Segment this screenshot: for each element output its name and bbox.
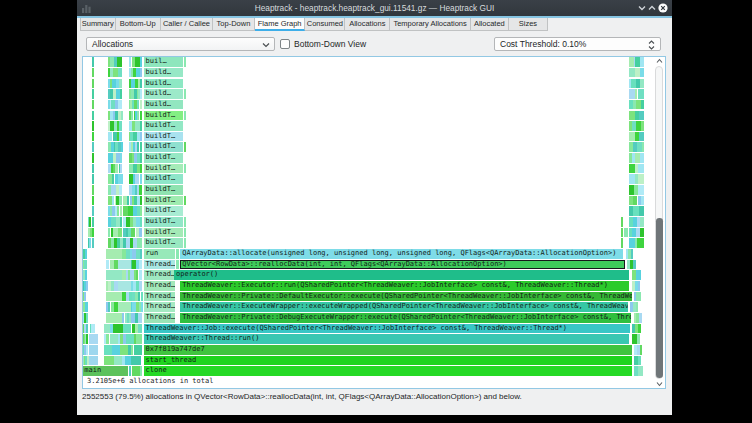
flame-node-run[interactable]: run	[144, 249, 176, 259]
flame-node-start-thread[interactable]: start_thread	[144, 356, 632, 366]
flame-node-threadweaver-private-d[interactable]: ThreadWeaver::Private::DebugExecuteWrapp…	[180, 313, 631, 323]
flame-node[interactable]	[106, 270, 123, 280]
bottom-down-view-checkbox[interactable]	[280, 39, 290, 49]
flame-node[interactable]	[118, 302, 131, 312]
flame-node[interactable]	[140, 217, 143, 227]
flame-node[interactable]	[123, 324, 129, 334]
flame-node[interactable]	[104, 356, 114, 366]
flame-node[interactable]	[641, 196, 644, 206]
flame-node[interactable]	[642, 142, 644, 152]
flame-node[interactable]	[140, 89, 143, 99]
flame-node[interactable]	[92, 121, 94, 131]
flame-node[interactable]	[117, 57, 122, 67]
flame-node[interactable]	[624, 228, 629, 238]
flame-node[interactable]	[176, 249, 179, 259]
flame-node[interactable]	[120, 206, 123, 216]
flame-node[interactable]	[92, 206, 94, 216]
flame-node[interactable]	[85, 249, 87, 259]
flame-node[interactable]	[633, 260, 636, 270]
flame-node-thread[interactable]: Thread…	[144, 313, 176, 323]
flame-node[interactable]	[184, 57, 186, 67]
flame-node[interactable]	[140, 100, 143, 110]
flame-node[interactable]	[638, 164, 643, 174]
flame-node[interactable]	[638, 174, 644, 184]
flame-node[interactable]	[140, 249, 142, 259]
flame-node[interactable]	[86, 345, 89, 355]
flame-node[interactable]	[141, 302, 143, 312]
flame-node[interactable]	[89, 356, 98, 366]
flame-node[interactable]	[89, 238, 91, 248]
flame-node[interactable]	[638, 185, 644, 195]
flame-node[interactable]	[91, 324, 95, 334]
titlebar[interactable]: Heaptrack - heaptrack.heaptrack_gui.1154…	[77, 0, 672, 16]
flame-node[interactable]	[92, 142, 94, 152]
tab-allocations[interactable]: Allocations	[345, 18, 390, 31]
flame-node-build[interactable]: build…	[144, 79, 184, 89]
flame-node[interactable]	[84, 292, 86, 302]
flame-node[interactable]	[92, 153, 94, 163]
flame-node-buildt[interactable]: buildT…	[144, 164, 184, 174]
flame-node[interactable]	[638, 89, 644, 99]
flame-node[interactable]	[621, 217, 623, 227]
flame-node[interactable]	[86, 324, 88, 334]
flame-node[interactable]	[640, 217, 644, 227]
flame-node[interactable]	[92, 185, 94, 195]
flame-node-thread[interactable]: Thread…	[144, 292, 176, 302]
flame-node[interactable]	[641, 100, 644, 110]
flame-node-buildt[interactable]: buildT…	[144, 121, 184, 131]
flame-node[interactable]	[92, 79, 94, 89]
flame-node[interactable]	[86, 281, 88, 291]
flame-node[interactable]	[120, 89, 123, 99]
flame-node-build[interactable]: build…	[144, 100, 184, 110]
flame-node[interactable]	[140, 57, 143, 67]
flame-node[interactable]	[140, 111, 143, 121]
flame-node[interactable]	[106, 313, 123, 323]
flame-node[interactable]	[131, 356, 141, 366]
flame-node[interactable]	[118, 174, 123, 184]
flame-node[interactable]	[118, 228, 123, 238]
flame-node[interactable]	[638, 356, 641, 366]
flame-node[interactable]	[92, 196, 94, 206]
flame-node-0x7f819a747de7[interactable]: 0x7f819a747de7	[144, 345, 632, 355]
flame-node[interactable]	[118, 100, 122, 110]
flame-node-buildt[interactable]: buildT…	[144, 111, 184, 121]
flame-node[interactable]	[106, 292, 123, 302]
flame-node[interactable]	[637, 238, 643, 248]
flame-node[interactable]	[138, 313, 142, 323]
flame-node[interactable]	[92, 111, 94, 121]
flame-node-operator[interactable]: operator()	[174, 270, 629, 280]
flame-node[interactable]	[621, 228, 623, 238]
flame-node[interactable]	[112, 345, 120, 355]
flame-node[interactable]	[89, 217, 91, 227]
flame-node-thread[interactable]: Thread…	[144, 281, 176, 291]
flame-node[interactable]	[639, 313, 642, 323]
flame-node[interactable]	[121, 142, 123, 152]
flame-graph-canvas[interactable]: buil…build…build…build…build…buildT…buil…	[83, 57, 653, 377]
flame-node[interactable]	[92, 100, 94, 110]
flame-node[interactable]	[85, 302, 88, 312]
flame-node[interactable]	[87, 356, 89, 366]
flame-node[interactable]	[640, 153, 644, 163]
flame-node[interactable]	[638, 281, 640, 291]
flame-node[interactable]	[90, 228, 92, 238]
flame-node[interactable]	[136, 334, 142, 344]
flame-node[interactable]	[140, 121, 143, 131]
flame-node[interactable]	[119, 185, 122, 195]
flame-node-threadweaver-executewra[interactable]: ThreadWeaver::ExecuteWrapper::executeWra…	[180, 302, 628, 312]
flame-node[interactable]	[184, 142, 186, 152]
flame-node-buildt[interactable]: buildT…	[144, 228, 184, 238]
flame-node-buildt[interactable]: buildT…	[144, 153, 184, 163]
flame-node[interactable]	[636, 270, 641, 280]
vertical-scrollbar[interactable]	[654, 58, 664, 387]
flame-node[interactable]	[120, 217, 122, 227]
flame-node[interactable]	[132, 366, 140, 376]
flame-node[interactable]	[119, 196, 122, 206]
flame-node-buildt[interactable]: buildT…	[144, 174, 184, 184]
flame-node[interactable]	[138, 324, 142, 334]
flame-node-threadweaver-job-execu[interactable]: ThreadWeaver::Job::execute(QSharedPointe…	[144, 324, 631, 334]
tab-top-down[interactable]: Top-Down	[213, 18, 255, 31]
flame-node[interactable]	[121, 111, 123, 121]
scrollbar-handle[interactable]	[656, 218, 663, 378]
cost-threshold-spinbox[interactable]: Cost Threshold: 0.10%	[494, 37, 661, 51]
flame-node-buildt[interactable]: buildT…	[144, 238, 184, 248]
